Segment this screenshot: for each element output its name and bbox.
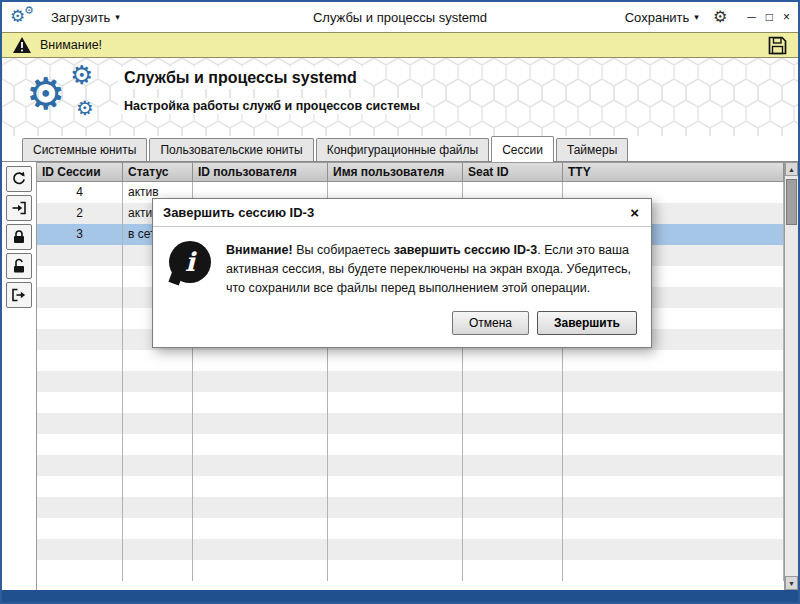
cell [193, 560, 328, 581]
cell [463, 539, 563, 560]
table-row [37, 350, 784, 371]
cell [123, 434, 193, 455]
cell [37, 329, 123, 350]
unlock-icon [11, 258, 27, 274]
tab-2[interactable]: Пользовательские юниты [149, 138, 313, 161]
cell [563, 518, 784, 539]
cell [193, 497, 328, 518]
tab-1[interactable]: Системные юниты [22, 138, 147, 161]
cell [328, 413, 463, 434]
load-menu-button[interactable]: Загрузить ▾ [47, 8, 124, 27]
settings-gear-icon[interactable]: ⚙ [713, 9, 727, 25]
cell [193, 539, 328, 560]
lock-session-button[interactable] [6, 224, 32, 250]
cell [37, 413, 123, 434]
cell [37, 497, 123, 518]
terminate-session-dialog: Завершить сессию ID-3 × i Внимание! Вы с… [152, 198, 652, 348]
chevron-down-icon: ▾ [115, 13, 120, 22]
column-header[interactable]: Seat ID [463, 162, 563, 182]
table-header: ID СессииСтатусID пользователяИмя пользо… [37, 162, 784, 182]
cell [123, 350, 193, 371]
cell [123, 371, 193, 392]
warning-banner-text: Внимание! [40, 38, 102, 52]
cell [123, 497, 193, 518]
cell [563, 455, 784, 476]
cell: 2 [37, 203, 123, 224]
cell [37, 518, 123, 539]
tab-4[interactable]: Сессии [491, 136, 554, 162]
table-row [37, 539, 784, 560]
table-row [37, 497, 784, 518]
unlock-session-button[interactable] [6, 253, 32, 279]
cell [37, 350, 123, 371]
cell [193, 434, 328, 455]
close-button[interactable]: × [783, 11, 790, 23]
lock-icon [11, 229, 27, 245]
cell [37, 392, 123, 413]
dialog-message-part: Внимание! [226, 243, 293, 257]
cell [563, 497, 784, 518]
cancel-button[interactable]: Отмена [452, 311, 529, 335]
cell [328, 476, 463, 497]
tab-5[interactable]: Таймеры [556, 138, 628, 161]
cell [328, 455, 463, 476]
cell [123, 392, 193, 413]
cell [37, 287, 123, 308]
cell [123, 518, 193, 539]
confirm-terminate-button[interactable]: Завершить [537, 311, 637, 335]
cell [37, 455, 123, 476]
minimize-button[interactable]: ─ [747, 11, 756, 23]
terminate-session-button[interactable] [6, 282, 32, 308]
column-header[interactable]: TTY [563, 162, 784, 182]
vertical-scrollbar[interactable]: ▲ ▼ [784, 162, 798, 590]
cell: 4 [37, 182, 123, 203]
cell [123, 539, 193, 560]
cell [563, 350, 784, 371]
table-row [37, 371, 784, 392]
info-icon-tail [168, 271, 182, 285]
save-menu-label: Сохранить [625, 10, 690, 25]
scrollbar-thumb[interactable] [786, 179, 797, 225]
cell [37, 476, 123, 497]
column-header[interactable]: ID пользователя [193, 162, 328, 182]
scroll-up-button[interactable]: ▲ [785, 162, 798, 176]
cell [37, 560, 123, 581]
cell [193, 371, 328, 392]
cell [123, 476, 193, 497]
activate-session-button[interactable] [6, 195, 32, 221]
app-gears-icon: ⚙ ⚙ [10, 5, 37, 29]
column-header[interactable]: ID Сессии [37, 162, 123, 182]
column-header[interactable]: Статус [123, 162, 193, 182]
app-logo-gears: ⚙ ⚙ ⚙ [26, 60, 118, 132]
cell [563, 413, 784, 434]
maximize-button[interactable]: □ [766, 11, 773, 23]
login-arrow-icon [11, 200, 27, 216]
dialog-close-button[interactable]: × [628, 204, 641, 221]
cell [463, 476, 563, 497]
load-menu-label: Загрузить [51, 10, 110, 25]
table-row [37, 560, 784, 581]
cell [563, 371, 784, 392]
save-menu-button[interactable]: Сохранить ▾ [621, 8, 703, 27]
table-row [37, 434, 784, 455]
cell [37, 266, 123, 287]
cell [193, 476, 328, 497]
tab-bar: Системные юнитыПользовательские юнитыКон… [2, 136, 798, 162]
cell [463, 497, 563, 518]
scroll-down-button[interactable]: ▼ [785, 576, 798, 590]
cell [563, 476, 784, 497]
column-header[interactable]: Имя пользователя [328, 162, 463, 182]
cell [463, 350, 563, 371]
warning-triangle-icon [12, 36, 32, 54]
info-icon-glyph: i [185, 247, 195, 277]
tab-3[interactable]: Конфигурационные файлы [316, 138, 489, 161]
cell [563, 392, 784, 413]
save-file-button[interactable] [767, 35, 788, 56]
refresh-icon [11, 171, 27, 187]
cell [463, 413, 563, 434]
session-toolbar [2, 162, 36, 590]
page-header: ⚙ ⚙ ⚙ Службы и процессы systemd Настройк… [2, 58, 798, 136]
refresh-button[interactable] [6, 166, 32, 192]
gear-icon: ⚙ [76, 98, 94, 118]
cell [463, 455, 563, 476]
